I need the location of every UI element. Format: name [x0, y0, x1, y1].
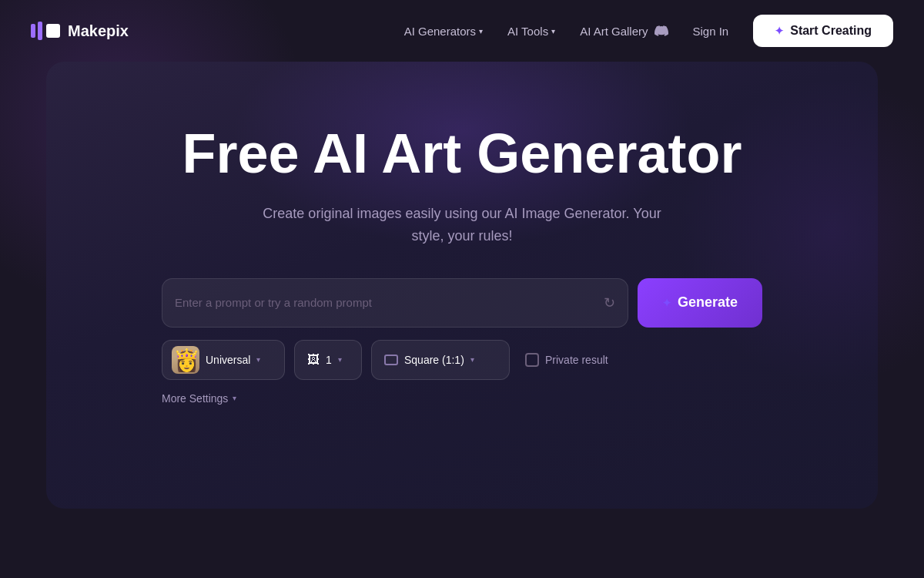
- main-card: Free AI Art Generator Create original im…: [46, 62, 878, 509]
- private-result-toggle[interactable]: Private result: [525, 353, 608, 367]
- navbar: Makepix AI Generators ▾ AI Tools ▾ AI Ar…: [0, 0, 924, 62]
- nav-links: AI Generators ▾ AI Tools ▾ AI Art Galler…: [404, 15, 893, 47]
- sparkle-icon: ✦: [775, 25, 784, 37]
- prompt-input-wrap: ↻: [162, 278, 628, 328]
- chevron-down-icon: ▾: [233, 394, 236, 402]
- count-selector[interactable]: 🖼 1 ▾: [294, 340, 362, 380]
- start-creating-button[interactable]: ✦ Start Creating: [753, 15, 893, 47]
- private-checkbox[interactable]: [525, 353, 539, 367]
- nav-ai-gallery[interactable]: AI Art Gallery: [580, 25, 668, 38]
- model-avatar: [172, 346, 199, 374]
- prompt-row: ↻ ✦ Generate: [162, 278, 762, 328]
- logo-square: [46, 24, 60, 38]
- discord-icon: [654, 25, 668, 36]
- sparkle-icon: ✦: [662, 297, 671, 309]
- count-label: 1: [326, 354, 332, 366]
- chevron-down-icon: ▾: [479, 27, 483, 35]
- model-selector[interactable]: Universal ▾: [162, 340, 285, 380]
- logo-bar-2: [38, 22, 42, 40]
- logo-icon: [31, 22, 60, 40]
- more-settings-button[interactable]: More Settings ▾: [162, 392, 236, 405]
- logo-bar-1: [31, 24, 35, 38]
- more-settings-row: More Settings ▾: [162, 392, 762, 405]
- nav-ai-tools[interactable]: AI Tools ▾: [507, 25, 555, 38]
- refresh-icon[interactable]: ↻: [604, 294, 615, 311]
- chevron-down-icon: ▾: [470, 355, 474, 364]
- generate-button[interactable]: ✦ Generate: [638, 278, 762, 328]
- hero-title: Free AI Art Generator: [77, 123, 847, 184]
- hero-subtitle: Create original images easily using our …: [262, 203, 662, 247]
- chevron-down-icon: ▾: [338, 355, 342, 364]
- aspect-ratio-selector[interactable]: Square (1:1) ▾: [371, 340, 510, 380]
- chevron-down-icon: ▾: [256, 355, 260, 364]
- nav-signin[interactable]: Sign In: [693, 25, 729, 38]
- model-label: Universal: [206, 354, 250, 366]
- brand-name: Makepix: [68, 22, 129, 40]
- options-row: Universal ▾ 🖼 1 ▾ Square (1:1) ▾ Private…: [162, 340, 762, 380]
- nav-ai-generators[interactable]: AI Generators ▾: [404, 25, 483, 38]
- aspect-label: Square (1:1): [404, 354, 464, 366]
- chevron-down-icon: ▾: [551, 27, 555, 35]
- logo[interactable]: Makepix: [31, 22, 129, 40]
- aspect-icon: [384, 355, 398, 365]
- prompt-input[interactable]: [175, 296, 604, 309]
- image-icon: 🖼: [307, 353, 320, 367]
- private-label: Private result: [545, 354, 608, 366]
